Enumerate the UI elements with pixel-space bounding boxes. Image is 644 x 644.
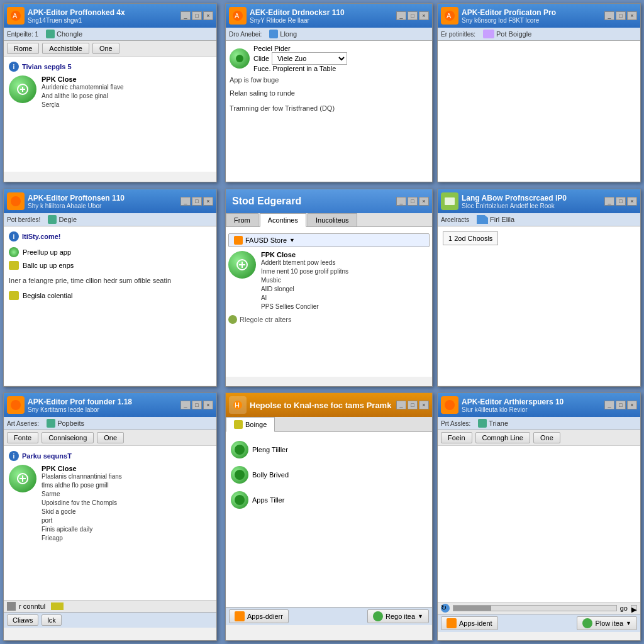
dropdown-arrow: ▼ bbox=[289, 237, 295, 243]
rome-btn[interactable]: Rome bbox=[7, 43, 39, 54]
app-info-bl: PPK Close Plaslanis clnannantinial fians… bbox=[42, 465, 211, 543]
menu-icon-tc bbox=[269, 30, 278, 38]
green-icon-bc1 bbox=[231, 441, 248, 458]
lck-btn[interactable]: lck bbox=[42, 614, 61, 626]
one-btn-bl[interactable]: One bbox=[97, 432, 124, 443]
status-icon-bl bbox=[7, 602, 16, 611]
content-mid-right: 1 2od Choosls bbox=[438, 226, 640, 386]
acchistible-btn[interactable]: Acchistible bbox=[42, 43, 89, 54]
menu-popbeits[interactable]: Popbeits bbox=[44, 418, 87, 428]
svg-text:A: A bbox=[235, 12, 240, 19]
window-controls-bot-center: _ □ × bbox=[396, 401, 429, 409]
list-item-preellup: Preellup up app bbox=[9, 245, 211, 259]
cliaws-btn[interactable]: Cliaws bbox=[7, 614, 38, 626]
maximize-btn[interactable]: □ bbox=[408, 11, 418, 20]
apps-ddierr-btn[interactable]: Apps-ddierr bbox=[229, 609, 289, 623]
conniseiong-btn[interactable]: Conniseiong bbox=[42, 432, 94, 443]
scroll-thumb-br bbox=[453, 606, 491, 611]
menubar-bot-left: Art Aseries: Popbeits bbox=[4, 417, 216, 430]
minimize-btn[interactable]: _ bbox=[396, 11, 406, 20]
plow-itea-btn[interactable]: Plow itea ▼ bbox=[577, 616, 637, 630]
minimize-btn[interactable]: _ bbox=[396, 401, 406, 409]
scroll-refresh-icon[interactable]: ↻ bbox=[441, 604, 450, 613]
titlebar-top-right: A APK-Editor Proficaton Pro Sny k6nsorg … bbox=[438, 4, 640, 28]
maximize-btn[interactable]: □ bbox=[616, 197, 626, 206]
app-icon-bot-left bbox=[7, 396, 25, 414]
titlebar-bot-left: APK-Editor Prof founder 1.18 Sny Ksrtita… bbox=[4, 393, 216, 417]
section-header-mid-left: i ItiSty.come! bbox=[9, 231, 211, 242]
menu-degie[interactable]: Degie bbox=[45, 214, 79, 225]
app-circle-icon-tl bbox=[9, 75, 36, 103]
maximize-btn[interactable]: □ bbox=[192, 197, 202, 206]
menu-llong[interactable]: Llong bbox=[267, 29, 299, 39]
maximize-btn[interactable]: □ bbox=[192, 11, 202, 20]
close-btn[interactable]: × bbox=[203, 11, 213, 20]
maximize-btn[interactable]: □ bbox=[616, 11, 626, 20]
app-icon-top-right: A bbox=[441, 7, 458, 25]
close-btn[interactable]: × bbox=[203, 401, 213, 409]
title-text-mid-center: Stod Edgerard bbox=[229, 196, 393, 207]
scroll-bar-br[interactable] bbox=[453, 605, 617, 611]
title-text-bot-center: Hepolse to Knal-nse foc tams Pramk bbox=[250, 401, 393, 410]
svg-point-15 bbox=[11, 400, 21, 410]
statusbar-bot-left: r conntul bbox=[4, 600, 216, 612]
maximize-btn[interactable]: □ bbox=[408, 197, 418, 206]
title-text-bot-right: APK-Editor Arthierspuers 10 Siur k4illeu… bbox=[462, 397, 601, 413]
tab-inucoliteus[interactable]: Inucoliteus bbox=[308, 213, 357, 226]
menu-pot-boiggle[interactable]: Pot Boiggle bbox=[480, 29, 534, 39]
window-bot-right: APK-Editor Arthierspuers 10 Siur k4illeu… bbox=[437, 392, 641, 641]
titlebar-bot-center: H Hepolse to Knal-nse foc tams Pramk _ □… bbox=[226, 393, 432, 417]
menu-firl-elila[interactable]: Firl Elila bbox=[474, 214, 517, 225]
one-btn-br[interactable]: One bbox=[533, 432, 560, 443]
minimize-btn[interactable]: _ bbox=[396, 197, 406, 206]
close-btn[interactable]: × bbox=[419, 197, 429, 206]
titlebar-mid-center: Stod Edgerard _ □ × bbox=[226, 189, 432, 213]
text-block-ml: Iner a felangre prie, time cllion hedr s… bbox=[9, 277, 211, 284]
maximize-btn[interactable]: □ bbox=[616, 401, 626, 409]
viele-select[interactable]: Viele Zuo bbox=[272, 52, 347, 65]
menubar-top-right: Er potinitles: Pot Boiggle bbox=[438, 28, 640, 41]
content-top-right bbox=[438, 41, 640, 181]
maximize-btn[interactable]: □ bbox=[192, 401, 202, 409]
close-btn[interactable]: × bbox=[419, 11, 429, 20]
rego-itea-btn[interactable]: Rego itea ▼ bbox=[367, 609, 429, 623]
window-bot-center: H Hepolse to Knal-nse foc tams Pramk _ □… bbox=[225, 392, 433, 641]
store-icon bbox=[234, 236, 243, 245]
maximize-btn[interactable]: □ bbox=[408, 401, 418, 409]
scroll-right-arrow[interactable]: ▶ bbox=[631, 605, 637, 611]
apps-ident-btn[interactable]: Apps-ident bbox=[441, 616, 498, 630]
foein-btn[interactable]: Foein bbox=[441, 432, 472, 443]
tab-acontines[interactable]: Acontines bbox=[260, 213, 306, 227]
svg-text:H: H bbox=[235, 401, 240, 409]
menu-chongle[interactable]: Chongle bbox=[43, 29, 85, 39]
minimize-btn[interactable]: _ bbox=[604, 197, 614, 206]
title-text-top-left: APK-Editor Proffonoked 4x Sng14Truen shg… bbox=[28, 8, 177, 24]
close-btn[interactable]: × bbox=[627, 11, 637, 20]
info-icon-bl: i bbox=[9, 451, 19, 461]
window-controls-top-right: _ □ × bbox=[604, 11, 637, 20]
fonte-btn[interactable]: Fonte bbox=[7, 432, 38, 443]
close-btn[interactable]: × bbox=[627, 197, 637, 206]
svg-point-7 bbox=[236, 55, 243, 62]
tab-boinge[interactable]: Boinge bbox=[226, 417, 275, 432]
tab-from[interactable]: From bbox=[226, 213, 258, 226]
window-bot-left: APK-Editor Prof founder 1.18 Sny Ksrtita… bbox=[3, 392, 217, 641]
store-dropdown[interactable]: FAUSD Store ▼ bbox=[228, 233, 430, 247]
comngh-btn[interactable]: Comngh Line bbox=[475, 432, 530, 443]
window-controls-mid-center: _ □ × bbox=[396, 197, 429, 206]
close-btn[interactable]: × bbox=[419, 401, 429, 409]
minimize-btn[interactable]: _ bbox=[604, 11, 614, 20]
close-btn[interactable]: × bbox=[627, 401, 637, 409]
minimize-btn[interactable]: _ bbox=[180, 197, 191, 206]
menu-icon-br bbox=[478, 419, 487, 428]
minimize-btn[interactable]: _ bbox=[180, 11, 191, 20]
svg-rect-14 bbox=[445, 197, 455, 205]
plow-dropdown-arrow: ▼ bbox=[626, 620, 631, 626]
close-btn[interactable]: × bbox=[203, 197, 213, 206]
menu-triane[interactable]: Triane bbox=[475, 418, 511, 428]
minimize-btn[interactable]: _ bbox=[180, 401, 191, 409]
menu-icon-ml bbox=[48, 215, 57, 224]
folder-icon-ml bbox=[9, 261, 19, 270]
one-btn[interactable]: One bbox=[92, 43, 119, 54]
minimize-btn[interactable]: _ bbox=[604, 401, 614, 409]
